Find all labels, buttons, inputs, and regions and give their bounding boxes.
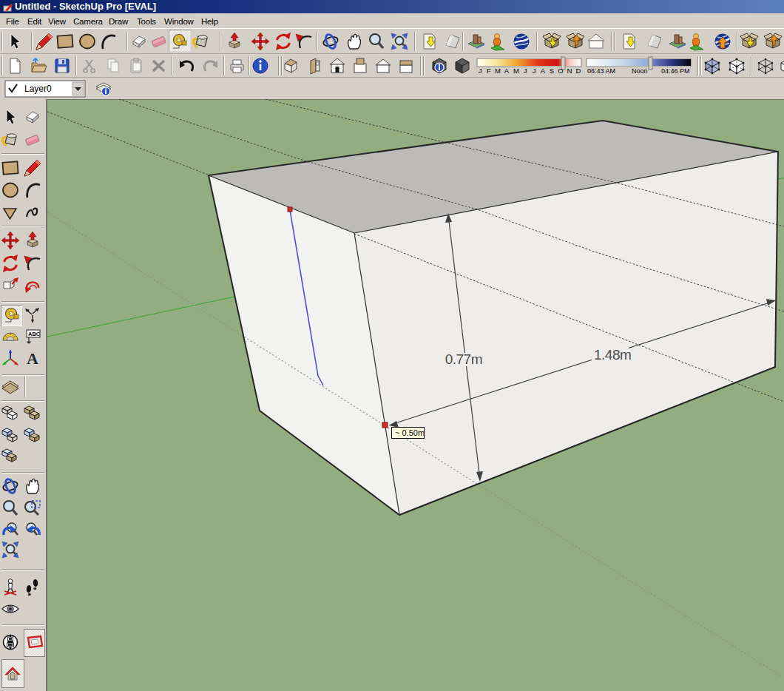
svg-text:06:43 AM: 06:43 AM xyxy=(587,67,615,75)
svg-text:M: M xyxy=(495,67,501,75)
svg-text:04:46 PM: 04:46 PM xyxy=(661,67,690,75)
svg-text:J: J xyxy=(524,67,527,75)
svg-text:A: A xyxy=(541,67,546,75)
svg-text:J: J xyxy=(533,67,536,75)
svg-text:A: A xyxy=(504,67,510,75)
svg-text:Noon: Noon xyxy=(632,67,648,75)
svg-text:M: M xyxy=(513,67,519,75)
svg-text:D: D xyxy=(576,67,581,75)
svg-text:O: O xyxy=(558,67,563,75)
svg-text:N: N xyxy=(567,67,572,75)
svg-text:0.77m: 0.77m xyxy=(445,351,482,367)
svg-text:J: J xyxy=(479,67,482,75)
svg-text:Layer0: Layer0 xyxy=(24,84,52,94)
svg-text:~ 0.50m: ~ 0.50m xyxy=(395,428,425,437)
svg-text:1.48m: 1.48m xyxy=(594,347,631,363)
svg-text:F: F xyxy=(487,67,491,75)
svg-text:S: S xyxy=(550,67,554,75)
